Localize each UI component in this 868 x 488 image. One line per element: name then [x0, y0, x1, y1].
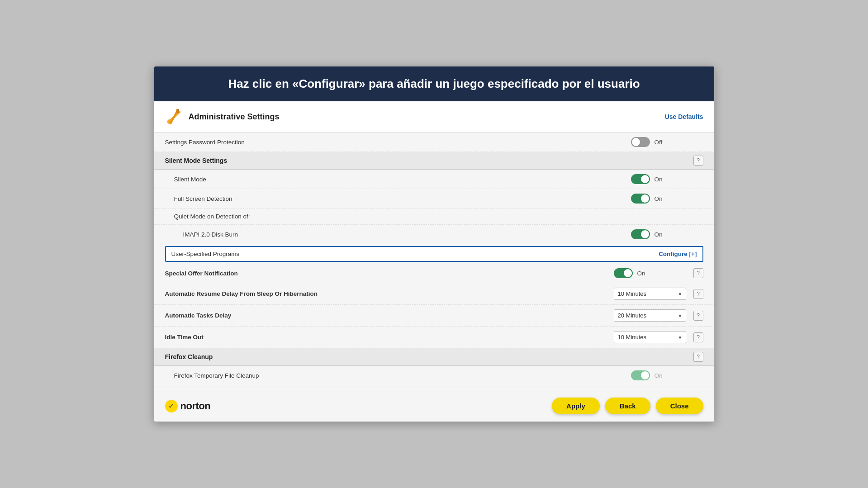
imapi-label: IMAPI 2.0 Disk Burn: [165, 231, 631, 238]
firefox-temp-toggle[interactable]: [631, 370, 650, 380]
imapi-toggle[interactable]: [631, 229, 650, 239]
idle-timeout-controls: 10 Minutes 5 Minutes 15 Minutes 20 Minut…: [614, 331, 703, 343]
main-container: Haz clic en «Configurar» para añadir un …: [154, 66, 715, 422]
norton-logo: ✓ norton: [165, 400, 211, 412]
firefox-temp-toggle-area: On: [631, 370, 703, 380]
full-screen-knob: [641, 194, 649, 203]
admin-title-group: Administrative Settings: [165, 108, 280, 126]
apply-button[interactable]: Apply: [552, 398, 600, 414]
silent-mode-help-icon[interactable]: ?: [693, 156, 703, 166]
svg-rect-4: [176, 109, 179, 113]
footer: ✓ norton Apply Back Close: [154, 390, 714, 422]
firefox-temp-row: Firefox Temporary File Cleanup On: [154, 366, 714, 385]
firefox-cleanup-title: Firefox Cleanup: [165, 353, 213, 360]
special-offer-label: Special Offer Notification: [165, 270, 614, 277]
idle-timeout-select[interactable]: 10 Minutes 5 Minutes 15 Minutes 20 Minut…: [614, 331, 686, 343]
norton-check-icon: ✓: [165, 400, 178, 412]
password-status: Off: [655, 139, 668, 146]
auto-resume-label: Automatic Resume Delay From Sleep Or Hib…: [165, 290, 614, 297]
admin-header: Administrative Settings Use Defaults: [154, 101, 714, 133]
auto-resume-controls: 10 Minutes 5 Minutes 15 Minutes 20 Minut…: [614, 288, 703, 300]
silent-mode-section: Silent Mode Settings ?: [154, 152, 714, 170]
close-button[interactable]: Close: [656, 398, 703, 414]
header-banner: Haz clic en «Configurar» para añadir un …: [154, 66, 714, 102]
auto-resume-help-icon[interactable]: ?: [693, 289, 703, 299]
special-offer-knob: [624, 269, 632, 277]
special-offer-toggle[interactable]: [614, 268, 633, 278]
idle-timeout-row: Idle Time Out 10 Minutes 5 Minutes 15 Mi…: [154, 327, 714, 348]
password-toggle[interactable]: [631, 137, 650, 147]
full-screen-toggle-area: On: [631, 194, 703, 204]
use-defaults-link[interactable]: Use Defaults: [665, 113, 703, 120]
full-screen-label: Full Screen Detection: [165, 195, 631, 202]
auto-tasks-select[interactable]: 20 Minutes 5 Minutes 10 Minutes 15 Minut…: [614, 309, 686, 322]
banner-text: Haz clic en «Configurar» para añadir un …: [228, 77, 640, 90]
user-specified-label: User-Specified Programs: [171, 251, 659, 257]
auto-tasks-label: Automatic Tasks Delay: [165, 312, 614, 319]
password-protection-row: Settings Password Protection Off: [154, 133, 714, 152]
silent-mode-toggle[interactable]: [631, 174, 650, 184]
auto-tasks-controls: 20 Minutes 5 Minutes 10 Minutes 15 Minut…: [614, 309, 703, 322]
full-screen-toggle[interactable]: [631, 194, 650, 204]
special-offer-status: On: [637, 270, 651, 277]
back-button[interactable]: Back: [605, 398, 650, 414]
firefox-temp-status: On: [655, 372, 668, 379]
password-toggle-area: Off: [631, 137, 703, 147]
quiet-mode-label: Quiet Mode on Detection of:: [165, 213, 703, 220]
configure-link[interactable]: Configure [+]: [659, 251, 697, 257]
admin-title: Administrative Settings: [189, 112, 280, 122]
silent-mode-status: On: [655, 176, 668, 183]
auto-tasks-row: Automatic Tasks Delay 20 Minutes 5 Minut…: [154, 305, 714, 327]
auto-resume-select[interactable]: 10 Minutes 5 Minutes 15 Minutes 20 Minut…: [614, 288, 686, 300]
full-screen-row: Full Screen Detection On: [154, 189, 714, 208]
special-offer-controls: On ?: [614, 268, 703, 278]
imapi-knob: [641, 230, 649, 238]
firefox-temp-knob: [641, 371, 649, 379]
norton-brand-text: norton: [180, 400, 211, 412]
special-offer-help-icon[interactable]: ?: [693, 268, 703, 278]
silent-mode-label: Silent Mode: [165, 176, 631, 183]
silent-mode-toggle-area: On: [631, 174, 703, 184]
silent-mode-title: Silent Mode Settings: [165, 157, 228, 164]
idle-timeout-help-icon[interactable]: ?: [693, 332, 703, 342]
quiet-mode-row: Quiet Mode on Detection of:: [154, 208, 714, 225]
special-offer-toggle-area: On: [614, 268, 686, 278]
admin-tools-icon: [165, 108, 183, 126]
auto-tasks-help-icon[interactable]: ?: [693, 311, 703, 321]
silent-mode-knob: [641, 175, 649, 183]
user-specified-row: User-Specified Programs Configure [+]: [165, 246, 703, 262]
password-protection-label: Settings Password Protection: [165, 139, 631, 146]
password-toggle-knob: [632, 138, 640, 146]
idle-timeout-dropdown-wrapper: 10 Minutes 5 Minutes 15 Minutes 20 Minut…: [614, 331, 686, 343]
imapi-row: IMAPI 2.0 Disk Burn On: [154, 225, 714, 244]
auto-resume-dropdown-wrapper: 10 Minutes 5 Minutes 15 Minutes 20 Minut…: [614, 288, 686, 300]
firefox-cleanup-section: Firefox Cleanup ?: [154, 348, 714, 366]
auto-resume-row: Automatic Resume Delay From Sleep Or Hib…: [154, 283, 714, 305]
footer-buttons: Apply Back Close: [552, 398, 703, 414]
silent-mode-row: Silent Mode On: [154, 170, 714, 189]
firefox-temp-label: Firefox Temporary File Cleanup: [165, 372, 631, 379]
imapi-toggle-area: On: [631, 229, 703, 239]
settings-body: Settings Password Protection Off Silent …: [154, 133, 714, 390]
idle-timeout-label: Idle Time Out: [165, 334, 614, 341]
full-screen-status: On: [655, 195, 668, 202]
firefox-cleanup-help-icon[interactable]: ?: [693, 352, 703, 362]
auto-tasks-dropdown-wrapper: 20 Minutes 5 Minutes 10 Minutes 15 Minut…: [614, 309, 686, 322]
imapi-status: On: [655, 231, 668, 238]
special-offer-row: Special Offer Notification On ?: [154, 264, 714, 283]
